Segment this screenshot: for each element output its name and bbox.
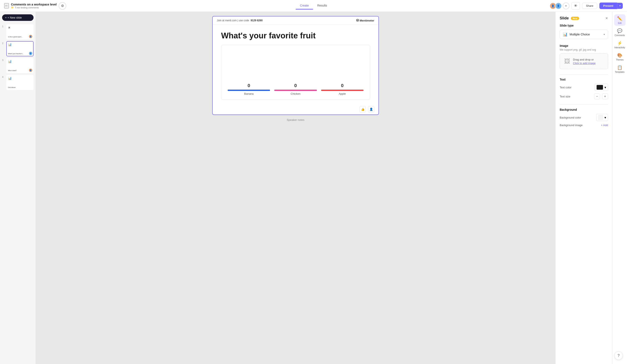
back-button[interactable]: ←	[4, 3, 9, 8]
header-right: 👤 👤 + 👁 Share Present ▾	[314, 2, 623, 10]
bar-value-apple: 0	[341, 83, 343, 88]
interactivity-icon: ⚡	[617, 41, 622, 46]
chart-area: 0 Banana 0 Chicken 0 Apple	[221, 45, 370, 100]
present-button[interactable]: Present	[599, 2, 617, 9]
speaker-notes[interactable]: Speaker notes	[287, 118, 305, 121]
tool-themes-label: Themes	[616, 59, 624, 61]
canvas-area: Join at menti.com | use code 9129 6260 Ⓜ…	[36, 12, 555, 364]
add-background-image-button[interactable]: + Add	[601, 124, 608, 127]
slide-icon-1: ✖	[8, 26, 32, 29]
tab-results[interactable]: Results	[313, 2, 331, 9]
preview-button[interactable]: 👁	[572, 2, 580, 10]
share-button[interactable]: Share	[582, 3, 597, 9]
image-title: Image	[560, 44, 608, 48]
slide-item-1[interactable]: 1 ✖ Is this a great experi... 👤	[2, 24, 34, 40]
avatar-2: 👤	[555, 2, 562, 9]
bar-track-apple	[321, 90, 364, 91]
tool-comments-button[interactable]: 💬 Comments	[614, 27, 626, 38]
person-button[interactable]: 👤	[368, 106, 374, 112]
add-slide-icon: +	[5, 16, 7, 19]
eye-icon: 👁	[574, 4, 577, 8]
slide-item-3[interactable]: 3 📊 Who is best? 👤	[2, 58, 34, 73]
settings-icon: ⚙	[61, 4, 64, 8]
slide-type-icon: 📊	[563, 32, 568, 37]
bar-track-chicken	[274, 90, 317, 91]
slide-canvas[interactable]: Join at menti.com | use code 9129 6260 Ⓜ…	[212, 16, 379, 115]
right-settings-panel: Slide New ✕ Slide type 📊 Multiple Choice…	[556, 12, 612, 364]
folder-icon: 📁	[11, 6, 14, 9]
tool-interactivity-button[interactable]: ⚡ Interactivity	[614, 39, 626, 50]
image-section: Image We support png, gif, jpg and svg 🖼…	[560, 44, 608, 69]
bar-value-banana: 0	[248, 83, 250, 88]
background-section: Background Background color ▾ Background…	[560, 108, 608, 127]
bar-label-apple: Apple	[339, 92, 346, 95]
slide-footer: 👍 👤	[213, 104, 378, 114]
image-dropzone[interactable]: 🖼 Drag and drop or Click to add image	[560, 53, 608, 69]
slide-title-2: What's your favorite fr...	[8, 53, 32, 55]
speaker-notes-text: Speaker notes	[287, 118, 305, 121]
slide-content: What's your favorite fruit 0 Banana 0 Ch…	[213, 25, 378, 104]
close-panel-button[interactable]: ✕	[605, 16, 608, 20]
join-code: 9129 6260	[251, 19, 263, 22]
text-color-picker[interactable]: ▾	[594, 84, 608, 91]
slide-number-1: 1	[2, 24, 5, 28]
tool-edit-label: Edit	[618, 22, 622, 24]
text-section: Text Text color ▾ Text size − +	[560, 78, 608, 99]
bar-chicken: 0 Chicken	[274, 83, 317, 95]
slide-icon-2: 📊	[8, 43, 32, 46]
text-color-row: Text color ▾	[560, 84, 608, 91]
slide-icon-3: 📊	[8, 60, 32, 63]
tab-create[interactable]: Create	[296, 2, 313, 9]
new-badge: New	[571, 17, 579, 20]
right-tools: ✏️ Edit 💬 Comments ⚡ Interactivity 🎨 The…	[612, 12, 627, 364]
settings-button[interactable]: ⚙	[59, 2, 66, 10]
bg-color-label: Background color	[560, 116, 581, 119]
help-button[interactable]: ?	[614, 351, 623, 360]
slide-item-2[interactable]: 2 📊 What's your favorite fr... 👤	[2, 41, 34, 56]
edit-icon: ✏️	[617, 16, 622, 21]
text-size-label: Text size	[560, 95, 571, 98]
slide-avatar-1: 👤	[29, 35, 32, 38]
add-user-button[interactable]: +	[563, 2, 570, 9]
join-instruction: Join at menti.com | use code	[217, 19, 249, 22]
tool-templates-button[interactable]: 📋 Templates	[614, 63, 626, 75]
bg-color-row: Background color ▾	[560, 114, 608, 121]
slide-type-dropdown[interactable]: 📊 Multiple Choice ▾	[560, 30, 608, 39]
add-icon: +	[565, 4, 567, 8]
text-size-row: Text size − +	[560, 93, 608, 99]
tool-comments-label: Comments	[615, 34, 625, 37]
slide-thumb-2: 📊 What's your favorite fr... 👤	[6, 41, 34, 56]
bg-color-picker[interactable]: ▾	[596, 114, 608, 121]
slide-header-bar: Join at menti.com | use code 9129 6260 Ⓜ…	[213, 16, 378, 25]
subtitle-text: T-rex testing comments	[15, 6, 39, 9]
new-slide-label: + New slide	[8, 16, 22, 19]
bg-image-row: Background image + Add	[560, 124, 608, 127]
slide-type-section: Slide type 📊 Multiple Choice ▾	[560, 24, 608, 39]
slide-number-4: 4	[2, 75, 5, 78]
comments-icon: 💬	[617, 28, 622, 33]
slide-question[interactable]: What's your favorite fruit	[221, 31, 370, 41]
header-left: ← Comments on a workspace level 📁 T-rex …	[4, 2, 314, 10]
bar-value-chicken: 0	[294, 83, 297, 88]
thumbs-up-button[interactable]: 👍	[360, 106, 366, 112]
present-chevron-button[interactable]: ▾	[617, 3, 623, 9]
image-placeholder-icon: 🖼	[564, 58, 570, 65]
dropdown-chevron-icon: ▾	[604, 33, 605, 36]
text-size-minus-button[interactable]: −	[594, 93, 600, 99]
slide-icon-4: 📊	[8, 77, 32, 80]
text-size-plus-button[interactable]: +	[602, 93, 608, 99]
bg-image-label: Background image	[560, 124, 582, 127]
slide-title-1: Is this a great experi...	[8, 36, 32, 38]
tool-themes-button[interactable]: 🎨 Themes	[614, 51, 626, 62]
tool-edit-button[interactable]: ✏️ Edit	[614, 14, 626, 26]
bar-apple: 0 Apple	[321, 83, 364, 95]
new-slide-button[interactable]: + + New slide	[2, 14, 34, 21]
slide-label-row: Slide New ✕	[560, 16, 608, 20]
bar-label-chicken: Chicken	[291, 92, 301, 95]
slide-thumb-1: ✖ Is this a great experi... 👤	[6, 24, 34, 40]
slide-number-2: 2	[2, 41, 5, 45]
slide-item-4[interactable]: 4 📊 Grid deluxe	[2, 75, 34, 90]
add-image-link[interactable]: Click to add image	[573, 62, 596, 65]
slide-label: Slide	[560, 16, 569, 20]
header-title: Comments on a workspace level	[11, 3, 56, 6]
